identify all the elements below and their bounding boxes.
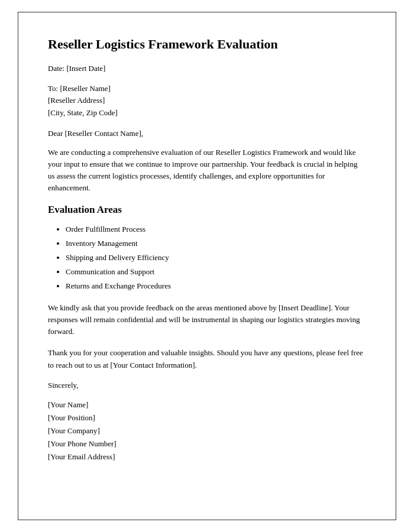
closing: Sincerely, [48,381,366,390]
address-line-to: To: [Reseller Name] [48,83,366,95]
eval-section-heading: Evaluation Areas [48,204,366,216]
evaluation-list: Order Fulfillment Process Inventory Mana… [66,223,366,293]
signature-name: [Your Name] [48,398,366,411]
intro-paragraph: We are conducting a comprehensive evalua… [48,147,366,194]
address-line-street: [Reseller Address] [48,95,366,107]
document-title: Reseller Logistics Framework Evaluation [48,36,366,53]
address-line-city: [City, State, Zip Code] [48,107,366,119]
document: Reseller Logistics Framework Evaluation … [18,12,396,520]
signature-block: [Your Name] [Your Position] [Your Compan… [48,398,366,463]
signature-email: [Your Email Address] [48,450,366,463]
list-item: Returns and Exchange Procedures [66,280,366,293]
signature-phone: [Your Phone Number] [48,437,366,450]
document-date: Date: [Insert Date] [48,64,366,73]
feedback-paragraph: We kindly ask that you provide feedback … [48,302,366,338]
list-item: Inventory Management [66,237,366,250]
salutation: Dear [Reseller Contact Name], [48,129,366,138]
list-item: Order Fulfillment Process [66,223,366,236]
thank-you-paragraph: Thank you for your cooperation and valua… [48,347,366,371]
signature-company: [Your Company] [48,424,366,437]
list-item: Communication and Support [66,265,366,278]
page-container: Reseller Logistics Framework Evaluation … [0,0,414,532]
signature-position: [Your Position] [48,411,366,424]
list-item: Shipping and Delivery Efficiency [66,251,366,264]
address-block: To: [Reseller Name] [Reseller Address] [… [48,83,366,119]
